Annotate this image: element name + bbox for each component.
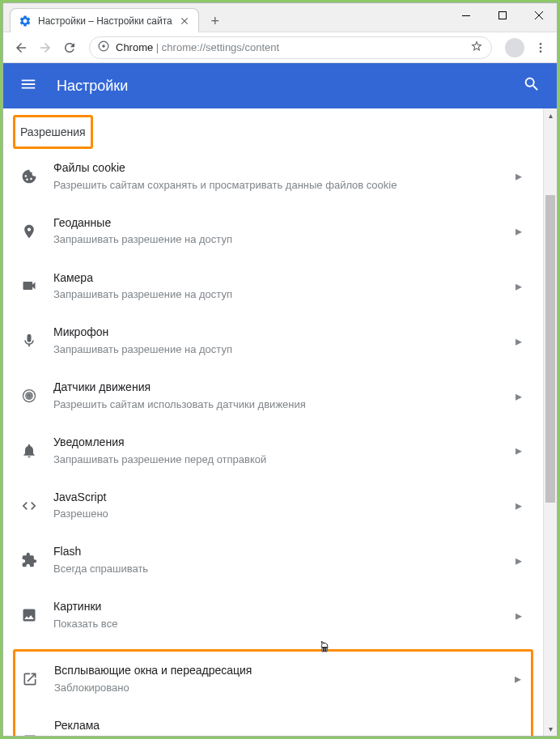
popup-icon [22, 671, 54, 687]
settings-item-extension[interactable]: Flash Всегда спрашивать ▸ [18, 533, 528, 588]
pointer-cursor-icon [317, 639, 332, 654]
bookmark-star-icon[interactable] [470, 40, 483, 55]
mic-icon [21, 333, 53, 349]
motion-icon [21, 388, 53, 404]
chevron-right-icon: ▸ [512, 553, 525, 568]
svg-point-7 [28, 394, 30, 397]
profile-button[interactable] [505, 38, 524, 57]
settings-header: Настройки [3, 63, 557, 108]
settings-item-cookie[interactable]: Файлы cookie Разрешить сайтам сохранять … [18, 149, 528, 204]
settings-title: Настройки [57, 78, 128, 95]
section-header-highlight: Разрешения [13, 115, 93, 149]
settings-item-title: Файлы cookie [53, 160, 512, 176]
titlebar: Настройки – Настройки сайта + [3, 3, 557, 32]
chrome-menu-button[interactable] [531, 38, 550, 57]
chevron-right-icon: ▸ [512, 278, 525, 294]
settings-item-text: Уведомления Запрашивать разрешение перед… [53, 435, 512, 467]
settings-item-text: JavaScript Разрешено [53, 490, 512, 522]
browser-tab[interactable]: Настройки – Настройки сайта [10, 8, 199, 32]
ad-icon [22, 733, 54, 736]
settings-item-subtitle: Показать все [53, 617, 512, 631]
settings-item-title: Уведомления [53, 435, 512, 451]
svg-point-4 [540, 43, 542, 45]
settings-item-text: Микрофон Запрашивать разрешение на досту… [53, 325, 512, 357]
image-icon [21, 607, 53, 623]
settings-item-subtitle: Запрашивать разрешение перед отправкой [53, 452, 512, 467]
settings-item-subtitle: Запрашивать разрешение на доступ [53, 287, 512, 302]
settings-item-text: Геоданные Запрашивать разрешение на дост… [53, 215, 512, 248]
settings-item-title: Камера [53, 270, 512, 287]
scroll-down-arrow[interactable]: ▾ [544, 722, 557, 736]
settings-item-location[interactable]: Геоданные Запрашивать разрешение на дост… [18, 204, 528, 259]
chevron-right-icon: ▸ [511, 733, 524, 736]
search-icon[interactable] [523, 75, 541, 96]
settings-item-text: Всплывающие окна и переадресация Заблоки… [54, 663, 511, 695]
scroll-track[interactable] [544, 122, 557, 722]
chevron-right-icon: ▸ [512, 608, 525, 623]
settings-item-title: Микрофон [53, 325, 512, 341]
tab-title: Настройки – Настройки сайта [38, 15, 172, 27]
permissions-section-title: Разрешения [20, 119, 86, 145]
omnibox[interactable]: Chrome | chrome://settings/content [89, 36, 492, 59]
settings-item-title: Геоданные [53, 215, 512, 231]
bell-icon [21, 443, 53, 459]
window-controls [448, 3, 557, 28]
new-tab-button[interactable]: + [206, 11, 225, 31]
cookie-icon [21, 168, 53, 185]
settings-item-text: Датчики движения Разрешить сайтам исполь… [53, 380, 512, 412]
reload-button[interactable] [58, 36, 81, 59]
chevron-right-icon: ▸ [512, 443, 525, 458]
location-icon [21, 223, 53, 240]
close-window-button[interactable] [520, 3, 557, 28]
scroll-up-arrow[interactable]: ▴ [544, 108, 557, 122]
code-icon [21, 498, 53, 514]
svg-point-6 [540, 50, 542, 53]
settings-item-code[interactable]: JavaScript Разрешено ▸ [18, 478, 528, 533]
extension-icon [21, 552, 53, 568]
chevron-right-icon: ▸ [512, 498, 525, 513]
settings-item-popup[interactable]: Всплывающие окна и переадресация Заблоки… [19, 652, 528, 707]
chevron-right-icon: ▸ [512, 168, 525, 184]
settings-item-motion[interactable]: Датчики движения Разрешить сайтам исполь… [18, 368, 528, 423]
settings-item-subtitle: Разрешить сайтам сохранять и просматрива… [53, 178, 512, 193]
forward-button[interactable] [34, 36, 57, 59]
settings-item-title: Датчики движения [53, 380, 512, 396]
close-icon[interactable] [179, 15, 190, 27]
chevron-right-icon: ▸ [512, 389, 525, 404]
settings-item-camera[interactable]: Камера Запрашивать разрешение на доступ … [18, 259, 528, 314]
svg-rect-1 [498, 12, 506, 19]
chevron-right-icon: ▸ [512, 223, 525, 239]
chrome-origin-icon [98, 40, 109, 54]
settings-item-subtitle: Всегда спрашивать [53, 562, 512, 576]
omnibox-url: chrome://settings/content [162, 41, 279, 53]
svg-point-5 [540, 46, 542, 49]
settings-item-ad[interactable]: Реклама Объявления заблокированы на сайт… [19, 707, 528, 736]
back-button[interactable] [10, 36, 32, 59]
browser-window: Настройки – Настройки сайта + Chrome | c… [2, 2, 558, 737]
settings-item-bell[interactable]: Уведомления Запрашивать разрешение перед… [18, 423, 528, 478]
scroll-thumb[interactable] [545, 195, 555, 503]
settings-item-image[interactable]: Картинки Показать все ▸ [18, 588, 528, 643]
settings-item-title: Всплывающие окна и переадресация [54, 663, 511, 679]
maximize-button[interactable] [484, 3, 520, 28]
address-bar: Chrome | chrome://settings/content [3, 32, 557, 63]
settings-item-subtitle: Объявления заблокированы на сайтах, кото… [54, 735, 511, 736]
settings-item-text: Камера Запрашивать разрешение на доступ [53, 270, 512, 303]
settings-item-title: JavaScript [53, 490, 512, 506]
settings-item-text: Flash Всегда спрашивать [53, 544, 512, 576]
gear-icon [19, 15, 32, 28]
svg-rect-0 [462, 15, 470, 16]
settings-item-text: Картинки Показать все [53, 599, 512, 631]
settings-item-subtitle: Заблокировано [54, 681, 511, 695]
vertical-scrollbar[interactable]: ▴ ▾ [543, 108, 557, 736]
settings-item-mic[interactable]: Микрофон Запрашивать разрешение на досту… [18, 313, 528, 368]
highlight-box: Всплывающие окна и переадресация Заблоки… [13, 649, 533, 736]
minimize-button[interactable] [448, 3, 484, 28]
omnibox-host: Chrome [116, 41, 153, 53]
settings-item-title: Картинки [53, 599, 512, 615]
chevron-right-icon: ▸ [512, 333, 525, 349]
settings-item-text: Реклама Объявления заблокированы на сайт… [54, 718, 511, 736]
menu-icon[interactable] [19, 75, 37, 96]
svg-point-3 [102, 45, 105, 48]
chevron-right-icon: ▸ [511, 671, 524, 686]
